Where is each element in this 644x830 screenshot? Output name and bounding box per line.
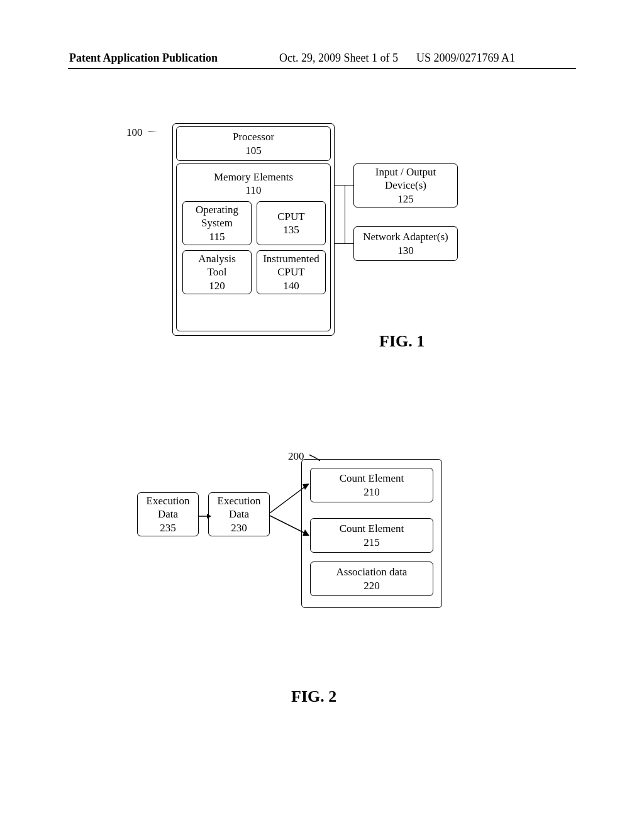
bus-connector-vertical (345, 185, 345, 243)
block-label-os: Operating System (183, 203, 251, 230)
block-num-count2: 215 (311, 536, 433, 549)
block-num-exec230: 230 (209, 521, 269, 534)
header-application-number: US 2009/0271769 A1 (416, 52, 515, 65)
block-network-adapters: Network Adapter(s) 130 (353, 226, 458, 261)
bus-connector-net-in (345, 243, 353, 244)
reference-number-100: 100 (126, 126, 143, 139)
header-rule (68, 68, 576, 69)
arrow-230-to-counts (270, 478, 314, 541)
block-label-cput: CPUT (257, 210, 325, 223)
block-label-net: Network Adapter(s) (354, 230, 457, 243)
svg-marker-1 (207, 514, 211, 519)
block-num-processor: 105 (177, 144, 330, 157)
block-num-memory: 110 (246, 184, 262, 196)
block-label-count1: Count Element (311, 472, 433, 485)
block-count-element-210: Count Element 210 (310, 468, 433, 502)
header-date-sheet: Oct. 29, 2009 Sheet 1 of 5 (279, 52, 398, 65)
block-num-assoc: 220 (311, 579, 433, 592)
arrow-235-to-230 (199, 513, 211, 519)
svg-line-2 (270, 487, 305, 513)
block-memory-title: Memory Elements 110 (176, 170, 331, 197)
block-num-instr: 140 (257, 279, 325, 292)
block-num-cput: 135 (257, 223, 325, 236)
block-label-processor: Processor (177, 130, 330, 143)
svg-marker-3 (303, 484, 309, 490)
block-label-instr: Instrumented CPUT (257, 252, 325, 279)
figure-caption-2: FIG. 2 (291, 687, 336, 706)
block-instrumented-cput: Instrumented CPUT 140 (257, 250, 326, 294)
header-publication-label: Patent Application Publication (69, 52, 218, 65)
block-execution-data-235: Execution Data 235 (137, 492, 199, 536)
block-label-assoc: Association data (311, 565, 433, 578)
block-operating-system: Operating System 115 (182, 201, 252, 245)
block-label-io: Input / Output Device(s) (354, 165, 457, 192)
block-label-memory: Memory Elements (214, 171, 293, 183)
bus-connector-io-in (345, 185, 353, 185)
block-num-exec235: 235 (138, 521, 198, 534)
block-cput: CPUT 135 (257, 201, 326, 245)
page-header: Patent Application Publication Oct. 29, … (0, 52, 644, 65)
block-association-data: Association data 220 (310, 562, 433, 596)
block-label-exec230: Execution Data (209, 494, 269, 521)
block-num-os: 115 (183, 230, 251, 243)
svg-line-4 (270, 516, 305, 533)
block-count-element-215: Count Element 215 (310, 518, 433, 553)
block-processor: Processor 105 (176, 126, 331, 161)
block-num-io: 125 (354, 192, 457, 206)
figure-caption-1: FIG. 1 (379, 332, 425, 351)
block-io-devices: Input / Output Device(s) 125 (353, 163, 458, 208)
block-label-analysis: Analysis Tool (183, 252, 251, 279)
block-num-net: 130 (354, 244, 457, 257)
block-num-count1: 210 (311, 485, 433, 499)
block-label-count2: Count Element (311, 522, 433, 535)
callout-leader-100 (148, 131, 174, 140)
block-label-exec235: Execution Data (138, 494, 198, 521)
block-analysis-tool: Analysis Tool 120 (182, 250, 252, 294)
block-num-analysis: 120 (183, 279, 251, 292)
block-execution-data-230: Execution Data 230 (208, 492, 270, 536)
